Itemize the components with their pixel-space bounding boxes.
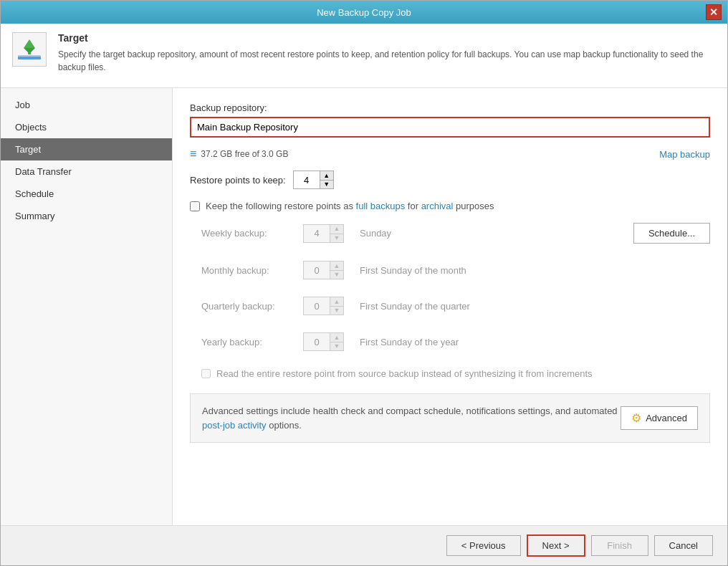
header-icon [12,32,47,67]
header-text: Target Specify the target backup reposit… [58,32,716,74]
backup-repository-dropdown-wrapper: Main Backup Repository [190,117,710,138]
read-checkbox-label: Read the entire restore point from sourc… [216,368,593,379]
advanced-button[interactable]: ⚙ Advanced [621,406,698,430]
read-checkbox [201,369,211,378]
weekly-backup-desc: Sunday [360,228,391,239]
title-bar: New Backup Copy Job ✕ [1,1,727,24]
disk-info-row: ≡ 37.2 GB free of 3.0 GB Map backup [190,148,710,160]
header-description: Specify the target backup repository, am… [58,48,716,74]
finish-button[interactable]: Finish [591,535,648,556]
quarterly-down-icon: ▼ [330,306,343,315]
window: New Backup Copy Job ✕ Target Specify the… [0,0,728,566]
sidebar: Job Objects Target Data Transfer Schedul… [1,88,173,525]
monthly-backup-row: Monthly backup: 0 ▲ ▼ First Sunday of th… [201,261,710,279]
close-button[interactable]: ✕ [706,4,722,20]
weekly-backup-input: 4 [304,226,330,241]
quarterly-backup-spinner: 0 ▲ ▼ [303,297,344,315]
yearly-spinner-btns: ▲ ▼ [330,333,343,350]
read-checkbox-row: Read the entire restore point from sourc… [190,368,710,379]
main-panel: Backup repository: Main Backup Repositor… [173,88,727,525]
weekly-down-icon: ▼ [330,234,343,242]
sidebar-item-schedule[interactable]: Schedule [1,183,172,205]
quarterly-backup-row: Quarterly backup: 0 ▲ ▼ First Sunday of … [201,297,710,315]
restore-points-spinner: 4 ▲ ▼ [293,171,334,189]
monthly-backup-spinner: 0 ▲ ▼ [303,261,344,279]
monthly-up-icon: ▲ [330,262,343,270]
keep-checkbox[interactable] [190,201,200,211]
cancel-button[interactable]: Cancel [654,535,713,556]
backup-options: Weekly backup: 4 ▲ ▼ Sunday Schedule... [190,223,710,351]
quarterly-backup-input: 0 [304,299,330,314]
advanced-button-label: Advanced [646,413,687,423]
quarterly-up-icon: ▲ [330,297,343,306]
keep-checkbox-row: Keep the following restore points as ful… [190,201,710,211]
next-button[interactable]: Next > [527,534,585,557]
yearly-backup-input: 0 [304,335,330,350]
disk-text: 37.2 GB free of 3.0 GB [201,149,288,159]
monthly-spinner-btns: ▲ ▼ [330,262,343,279]
window-title: New Backup Copy Job [22,7,706,18]
restore-points-input[interactable]: 4 [294,173,320,188]
advanced-text: Advanced settings include health check a… [202,404,618,432]
restore-points-down[interactable]: ▼ [320,180,333,188]
yearly-down-icon: ▼ [330,342,343,350]
sidebar-item-data-transfer[interactable]: Data Transfer [1,160,172,183]
previous-button[interactable]: < Previous [446,535,521,556]
yearly-backup-desc: First Sunday of the year [360,337,459,347]
yearly-up-icon: ▲ [330,333,343,342]
sidebar-item-target[interactable]: Target [1,138,172,160]
restore-points-label: Restore points to keep: [190,175,286,186]
quarterly-spinner-btns: ▲ ▼ [330,297,343,315]
monthly-backup-desc: First Sunday of the month [360,265,466,276]
quarterly-backup-label: Quarterly backup: [201,301,294,312]
weekly-up-icon: ▲ [330,225,343,234]
backup-repository-label: Backup repository: [190,102,710,113]
footer: < Previous Next > Finish Cancel [1,525,727,565]
keep-checkbox-label: Keep the following restore points as ful… [206,201,494,211]
header: Target Specify the target backup reposit… [1,24,727,88]
yearly-backup-label: Yearly backup: [201,337,294,347]
yearly-backup-row: Yearly backup: 0 ▲ ▼ First Sunday of the… [201,332,710,351]
monthly-backup-label: Monthly backup: [201,265,294,276]
gear-icon: ⚙ [631,411,641,425]
monthly-down-icon: ▼ [330,270,343,279]
map-backup-link[interactable]: Map backup [659,149,710,160]
yearly-backup-spinner: 0 ▲ ▼ [303,332,344,351]
weekly-backup-row: Weekly backup: 4 ▲ ▼ Sunday [201,224,633,243]
disk-icon: ≡ [190,148,196,160]
content-area: Job Objects Target Data Transfer Schedul… [1,88,727,525]
restore-points-spinner-btns: ▲ ▼ [320,171,333,188]
svg-marker-3 [24,48,35,54]
sidebar-item-job[interactable]: Job [1,94,172,116]
restore-points-row: Restore points to keep: 4 ▲ ▼ [190,171,710,189]
svg-rect-1 [18,57,41,59]
weekly-backup-label: Weekly backup: [201,228,294,239]
restore-points-up[interactable]: ▲ [320,171,333,180]
weekly-spinner-btns: ▲ ▼ [330,225,343,242]
backup-repository-row: Backup repository: Main Backup Repositor… [190,102,710,138]
weekly-backup-spinner: 4 ▲ ▼ [303,224,344,243]
sidebar-item-objects[interactable]: Objects [1,116,172,138]
header-title: Target [58,32,716,44]
quarterly-backup-desc: First Sunday of the quarter [360,301,470,312]
advanced-section: Advanced settings include health check a… [190,393,710,443]
backup-repository-dropdown[interactable]: Main Backup Repository [191,118,709,136]
monthly-backup-input: 0 [304,263,330,278]
sidebar-item-summary[interactable]: Summary [1,205,172,227]
schedule-button[interactable]: Schedule... [633,223,710,244]
